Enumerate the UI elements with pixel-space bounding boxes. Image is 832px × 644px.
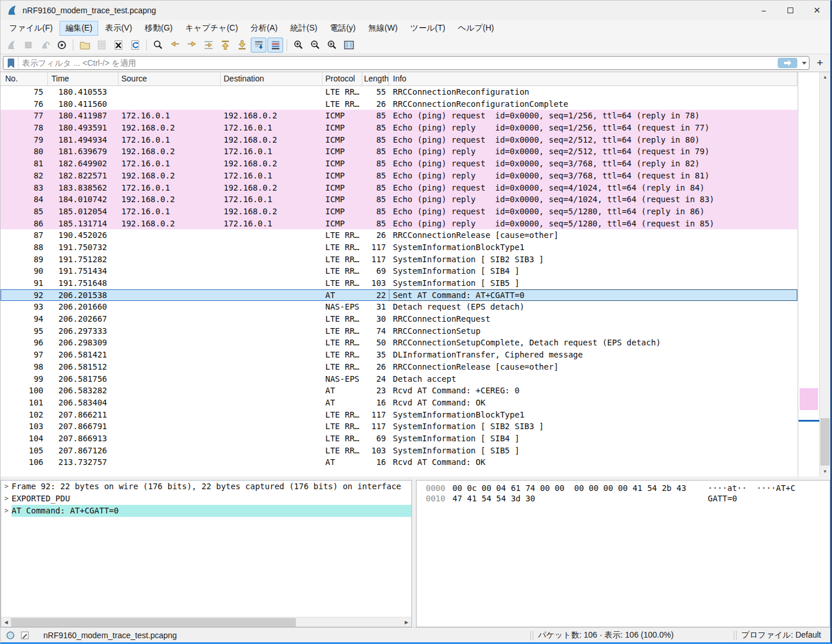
table-row[interactable]: 83183.838562172.16.0.1192.168.0.2ICMP85E… [1,182,797,194]
menu-item-2[interactable]: 表示(V) [99,21,138,36]
hscroll-track[interactable] [11,617,402,627]
detail-tree-row[interactable]: >EXPORTED_PDU [1,493,411,505]
table-row[interactable]: 98206.581512LTE RR…26RRCConnectionReleas… [1,361,797,373]
table-row[interactable]: 78180.493591192.168.0.2172.16.0.1ICMP85E… [1,122,797,134]
minimize-button[interactable]: − [751,1,777,20]
table-row[interactable]: 84184.010742192.168.0.2172.16.0.1ICMP85E… [1,193,797,206]
packet-list-vscrollbar[interactable]: ▲ ▼ [819,72,830,477]
expert-info-button[interactable] [6,631,15,640]
close-button[interactable]: ✕ [804,1,830,20]
menu-item-3[interactable]: 移動(G) [139,21,179,36]
column-header-info[interactable]: Info [389,72,797,85]
table-row[interactable]: 97206.581421LTE RR…35DLInformationTransf… [1,349,797,361]
table-row[interactable]: 88191.750732LTE RR…117SystemInformationB… [1,241,797,254]
expander-chevron-icon[interactable]: > [1,505,12,517]
zoom-normal-button[interactable] [324,38,340,53]
table-row[interactable]: 96206.298309LTE RR…50RRCConnectionSetupC… [1,337,797,349]
menu-item-6[interactable]: 統計(S) [285,21,324,36]
goto-packet-button[interactable] [200,38,216,53]
table-row[interactable]: 80181.639679192.168.0.2172.16.0.1ICMP85E… [1,146,797,158]
expander-chevron-icon[interactable]: > [1,493,12,505]
column-header-destination[interactable]: Destination [221,72,322,85]
table-row[interactable]: 95206.297333LTE RR…74RRCConnectionSetup [1,325,797,337]
menu-item-5[interactable]: 分析(A) [245,21,284,36]
pane-divider[interactable] [412,480,416,627]
table-row[interactable]: 75180.410553LTE RR…55RRCConnectionReconf… [1,86,797,98]
table-row[interactable]: 99206.581756NAS-EPS24Detach accept [1,373,797,385]
table-row[interactable]: 81182.649902172.16.0.1192.168.0.2ICMP85E… [1,158,797,170]
restart-capture-button[interactable] [37,38,53,53]
column-header-protocol[interactable]: Protocol [322,72,362,85]
table-row[interactable]: 82182.822571192.168.0.2172.16.0.1ICMP85E… [1,170,797,182]
table-row[interactable]: 94206.202667LTE RR…30RRCConnectionReques… [1,313,797,325]
open-file-button[interactable] [77,38,92,53]
menu-item-0[interactable]: ファイル(F) [3,21,58,36]
apply-filter-button[interactable] [778,58,797,68]
filter-dropdown-button[interactable] [800,57,809,69]
table-row[interactable]: 101206.583404AT16Rcvd AT Command: OK [1,397,797,409]
hex-dump-row[interactable]: 000000 0c 00 04 61 74 00 00 00 00 00 00 … [426,483,830,493]
resize-columns-button[interactable] [341,38,356,53]
go-top-button[interactable] [217,38,233,53]
column-header-length[interactable]: Length [362,72,389,85]
table-row[interactable]: 103207.866791LTE RR…117SystemInformation… [1,420,797,433]
go-back-button[interactable] [167,38,183,53]
capture-options-button[interactable] [54,38,69,53]
menu-item-7[interactable]: 電話(y) [324,21,361,36]
scroll-down-button[interactable]: ▼ [820,467,830,477]
menu-item-9[interactable]: ツール(T) [404,21,451,36]
column-header-no[interactable]: No. [1,72,48,85]
scroll-up-button[interactable]: ▲ [820,72,830,82]
table-row[interactable]: 92206.201538AT22Sent AT Command: AT+CGAT… [1,289,797,301]
detail-hscrollbar[interactable]: ◀ ▶ [1,617,411,627]
stop-capture-button[interactable] [20,38,36,53]
vscroll-thumb[interactable] [820,418,830,466]
reload-file-button[interactable] [127,38,143,53]
scroll-left-button[interactable]: ◀ [1,617,11,627]
table-row[interactable]: 89191.751282LTE RR…117SystemInformation … [1,254,797,266]
save-file-button[interactable] [94,38,109,53]
start-capture-button[interactable] [3,38,19,53]
expander-chevron-icon[interactable]: > [1,481,12,493]
auto-scroll-button[interactable] [251,38,266,53]
detail-tree-row[interactable]: >AT Command: AT+CGATT=0 [1,505,411,517]
close-file-button[interactable] [110,38,126,53]
table-row[interactable]: 87190.452026LTE RR…26RRCConnectionReleas… [1,229,797,241]
table-row[interactable]: 104207.866913LTE RR…69SystemInformation … [1,433,797,445]
table-row[interactable]: 85185.012054172.16.0.1192.168.0.2ICMP85E… [1,206,797,218]
menu-item-1[interactable]: 編集(E) [60,21,98,36]
table-row[interactable]: 77180.411987172.16.0.1192.168.0.2ICMP85E… [1,110,797,122]
zoom-in-button[interactable] [291,38,306,53]
go-bottom-button[interactable] [234,38,250,53]
table-row[interactable]: 79181.494934172.16.0.1192.168.0.2ICMP85E… [1,134,797,146]
table-row[interactable]: 105207.867126LTE RR…103SystemInformation… [1,445,797,457]
add-filter-button[interactable]: + [813,56,827,70]
display-filter-input[interactable] [18,58,778,68]
hex-dump-row[interactable]: 001047 41 54 54 3d 30GATT=0 [426,493,830,504]
go-forward-button[interactable] [184,38,199,53]
table-row[interactable]: 90191.751434LTE RR…69SystemInformation [… [1,265,797,277]
hscroll-thumb[interactable] [11,618,296,627]
table-row[interactable]: 76180.411560LTE RR…26RRCConnectionReconf… [1,98,797,110]
menu-item-4[interactable]: キャプチャ(C) [180,21,244,36]
capture-comment-button[interactable] [20,631,29,640]
profile-button[interactable]: プロファイル: Default [741,630,821,641]
find-packet-button[interactable] [150,38,166,53]
colorize-button[interactable] [268,38,283,53]
column-header-source[interactable]: Source [118,72,221,85]
maximize-button[interactable] [777,1,804,20]
intelligent-scrollbar-minimap[interactable] [798,72,819,477]
table-row[interactable]: 102207.866211LTE RR…117SystemInformation… [1,409,797,421]
scroll-right-button[interactable]: ▶ [402,617,411,627]
detail-tree-row[interactable]: >Frame 92: 22 bytes on wire (176 bits), … [1,481,411,493]
zoom-out-button[interactable] [307,38,323,53]
table-row[interactable]: 106213.732757AT16Rcvd AT Command: OK [1,456,797,468]
menu-item-8[interactable]: 無線(W) [363,21,404,36]
menu-item-10[interactable]: ヘルプ(H) [452,21,500,36]
filter-bookmark-button[interactable] [3,57,18,69]
table-row[interactable]: 86185.131714192.168.0.2172.16.0.1ICMP85E… [1,218,797,230]
table-row[interactable]: 91191.751648LTE RR…103SystemInformation … [1,277,797,289]
table-row[interactable]: 100206.583282AT23Rcvd AT Command: +CEREG… [1,385,797,397]
column-header-time[interactable]: Time [48,72,118,85]
table-row[interactable]: 93206.201660NAS-EPS31Detach request (EPS… [1,301,797,313]
